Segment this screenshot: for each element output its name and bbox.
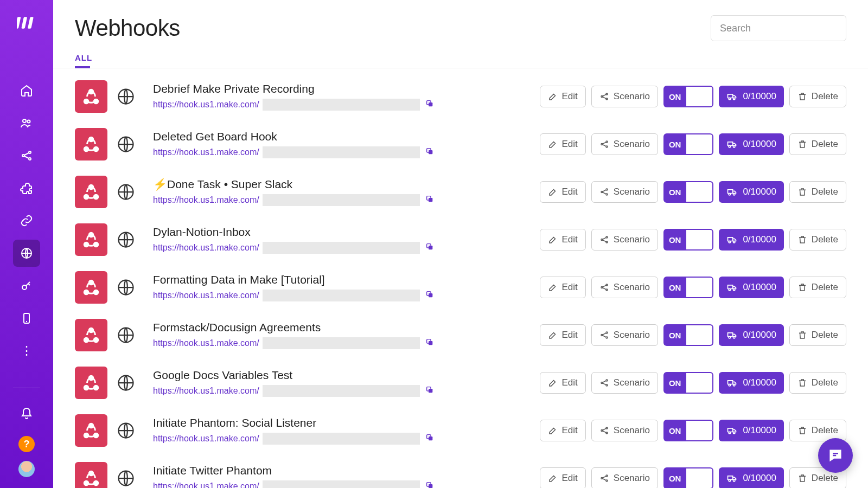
edit-button[interactable]: Edit — [540, 229, 586, 251]
scenario-button[interactable]: Scenario — [591, 467, 658, 488]
svg-point-94 — [601, 430, 603, 432]
edit-button[interactable]: Edit — [540, 324, 586, 346]
enable-toggle[interactable]: ON — [663, 467, 714, 488]
queue-button[interactable]: 0/10000 — [719, 420, 783, 441]
svg-point-40 — [606, 189, 608, 190]
edit-button[interactable]: Edit — [540, 372, 586, 394]
queue-button[interactable]: 0/10000 — [719, 372, 783, 394]
globe-icon — [110, 271, 142, 304]
nav-notifications[interactable] — [13, 400, 40, 427]
dots-icon: ⋮ — [21, 344, 33, 358]
svg-point-65 — [733, 289, 735, 291]
copy-button[interactable] — [425, 433, 434, 444]
tab-all[interactable]: ALL — [75, 53, 92, 68]
nav-connections[interactable] — [13, 207, 40, 234]
queue-button[interactable]: 0/10000 — [719, 467, 783, 488]
svg-point-18 — [606, 93, 608, 95]
delete-button[interactable]: Delete — [789, 372, 846, 394]
delete-button[interactable]: Delete — [789, 86, 846, 107]
toggle-knob — [686, 133, 713, 155]
search-input[interactable] — [711, 15, 846, 41]
url-prefix: https://hook.us1.make.com/ — [153, 147, 259, 157]
toggle-label: ON — [663, 86, 687, 107]
webhook-row: ⚡Done Task • Super Slackhttps://hook.us1… — [75, 168, 846, 216]
scenario-button[interactable]: Scenario — [591, 181, 658, 203]
copy-button[interactable] — [425, 147, 434, 158]
copy-button[interactable] — [425, 290, 434, 301]
logo[interactable] — [16, 12, 37, 34]
copy-button[interactable] — [425, 99, 434, 110]
scenario-button[interactable]: Scenario — [591, 229, 658, 251]
copy-button[interactable] — [425, 386, 434, 396]
svg-point-105 — [601, 478, 603, 479]
copy-button[interactable] — [425, 338, 434, 349]
edit-button[interactable]: Edit — [540, 467, 586, 488]
queue-button[interactable]: 0/10000 — [719, 86, 783, 107]
delete-button[interactable]: Delete — [789, 229, 846, 251]
actions: EditScenarioON0/10000Delete — [540, 133, 847, 155]
edit-button[interactable]: Edit — [540, 420, 586, 441]
enable-toggle[interactable]: ON — [663, 133, 714, 155]
nav-share[interactable] — [13, 142, 40, 169]
svg-point-17 — [601, 96, 603, 98]
delete-button[interactable]: Delete — [789, 133, 846, 155]
delete-button[interactable]: Delete — [789, 277, 846, 298]
help-button[interactable]: ? — [18, 436, 35, 452]
chat-fab[interactable] — [818, 438, 853, 473]
edit-button[interactable]: Edit — [540, 86, 586, 107]
scenario-button[interactable]: Scenario — [591, 277, 658, 298]
nav-more[interactable]: ⋮ — [13, 337, 40, 364]
globe-icon — [110, 319, 142, 351]
copy-button[interactable] — [425, 481, 434, 488]
webhook-row: Debrief Make Private Recordinghttps://ho… — [75, 73, 846, 120]
url-prefix: https://hook.us1.make.com/ — [153, 434, 259, 444]
nav-home[interactable] — [13, 77, 40, 104]
copy-button[interactable] — [425, 195, 434, 206]
nav-apps[interactable] — [13, 175, 40, 202]
webhook-list: Debrief Make Private Recordinghttps://ho… — [53, 68, 868, 488]
icon-set — [75, 319, 142, 351]
edit-button[interactable]: Edit — [540, 133, 586, 155]
delete-button[interactable]: Delete — [789, 324, 846, 346]
delete-button[interactable]: Delete — [789, 181, 846, 203]
nav-webhooks[interactable] — [13, 240, 40, 267]
icon-set — [75, 128, 142, 160]
icon-set — [75, 367, 142, 399]
webhook-title: Dylan-Notion-Inbox — [153, 226, 529, 239]
enable-toggle[interactable]: ON — [663, 229, 714, 251]
svg-point-6 — [29, 151, 31, 153]
webhook-row: Google Docs Variables Testhttps://hook.u… — [75, 359, 846, 407]
edit-button[interactable]: Edit — [540, 181, 586, 203]
queue-button[interactable]: 0/10000 — [719, 181, 783, 203]
scenario-button[interactable]: Scenario — [591, 86, 658, 107]
svg-rect-0 — [17, 17, 21, 29]
webhook-row: Initiate Phantom: Social Listenerhttps:/… — [75, 407, 846, 454]
nav-keys[interactable] — [13, 272, 40, 299]
scenario-button[interactable]: Scenario — [591, 420, 658, 441]
enable-toggle[interactable]: ON — [663, 277, 714, 298]
enable-toggle[interactable]: ON — [663, 372, 714, 394]
queue-button[interactable]: 0/10000 — [719, 229, 783, 251]
avatar[interactable] — [18, 461, 35, 477]
toggle-knob — [686, 324, 713, 346]
queue-button[interactable]: 0/10000 — [719, 324, 783, 346]
svg-rect-1 — [21, 17, 27, 29]
scenario-button[interactable]: Scenario — [591, 372, 658, 394]
webhook-row: Initiate Twitter Phantomhttps://hook.us1… — [75, 454, 846, 488]
url-redacted — [263, 290, 420, 301]
nav-devices[interactable] — [13, 305, 40, 332]
url-line: https://hook.us1.make.com/ — [153, 99, 529, 111]
copy-button[interactable] — [425, 242, 434, 253]
url-line: https://hook.us1.make.com/ — [153, 242, 529, 254]
enable-toggle[interactable]: ON — [663, 420, 714, 441]
scenario-button[interactable]: Scenario — [591, 133, 658, 155]
enable-toggle[interactable]: ON — [663, 181, 714, 203]
edit-button[interactable]: Edit — [540, 277, 586, 298]
enable-toggle[interactable]: ON — [663, 86, 714, 107]
queue-button[interactable]: 0/10000 — [719, 133, 783, 155]
nav-team[interactable] — [13, 110, 40, 137]
enable-toggle[interactable]: ON — [663, 324, 714, 346]
webhook-row: Formstack/Docusign Agreementshttps://hoo… — [75, 311, 846, 359]
scenario-button[interactable]: Scenario — [591, 324, 658, 346]
queue-button[interactable]: 0/10000 — [719, 277, 783, 298]
